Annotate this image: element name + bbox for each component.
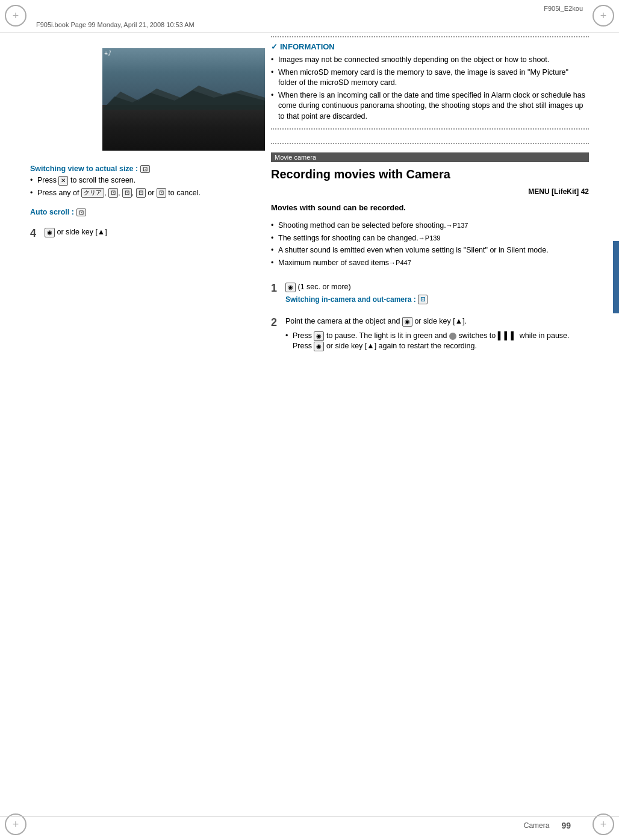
step2-text: Point the camera at the object and: [285, 317, 400, 325]
section-bar: Movie camera: [271, 152, 589, 162]
file-info: F905i.book Page 99 Monday, April 21, 200…: [36, 21, 194, 28]
bullet-cancel: Press any of クリア, ⊡, ⊡, ⊡ or ⊡ to cancel…: [30, 188, 259, 199]
feature-bullet-2: The settings for shooting can be changed…: [271, 233, 589, 244]
mountain-svg: [102, 86, 265, 110]
scroll-text: to scroll the screen.: [68, 176, 135, 184]
feature-bullet-4: Maximum number of saved items→P447: [271, 258, 589, 269]
page-number: 99: [561, 821, 571, 830]
page-category: Camera: [524, 821, 550, 830]
key-box-2: ⊡: [122, 188, 132, 198]
blue-tab: [613, 241, 619, 313]
camera-image: +J: [102, 48, 265, 151]
auto-scroll-section: Auto scroll : ⊡: [30, 207, 259, 216]
auto-scroll-key: ⊡: [76, 208, 86, 216]
step2-sub-list: Press ◉ to pause. The light is lit in gr…: [285, 331, 589, 352]
step4-circle-key: ◉: [45, 228, 55, 237]
step-2-row: 2 Point the camera at the object and ◉ o…: [271, 316, 589, 354]
info-bullet-list: Images may not be connected smoothly dep…: [271, 55, 589, 122]
green-light-icon: [449, 333, 456, 340]
key-box-3: ⊡: [136, 188, 146, 198]
info-bullet-1: Images may not be connected smoothly dep…: [271, 55, 589, 66]
top-bar: F905i_E2kou F905i.book Page 99 Monday, A…: [0, 0, 619, 33]
section-heading: Recording movies with Camera: [271, 167, 589, 181]
step1-sub-key: ⊡: [418, 295, 428, 304]
step-1-number: 1: [271, 282, 282, 295]
auto-scroll-title: Auto scroll :: [30, 208, 74, 216]
feature-bullet-1: Shooting method can be selected before s…: [271, 221, 589, 231]
pause-key: ◉: [314, 331, 324, 341]
info-bullet-2: When microSD memory card is the memory t…: [271, 67, 589, 89]
kuria-key: クリア: [81, 188, 104, 198]
press-any-text: Press any of: [37, 189, 81, 197]
step1-text: (1 sec. or more): [297, 283, 350, 291]
feature-bullet-3: A shutter sound is emitted even when vol…: [271, 245, 589, 256]
step-4-number: 4: [30, 227, 41, 240]
menu-line: MENU [LifeKit] 42: [271, 187, 589, 196]
bold-intro: Movies with sound can be recorded.: [271, 203, 589, 212]
dotted-divider: [271, 143, 589, 144]
bullet-scroll: Press ✕ to scroll the screen.: [30, 175, 259, 186]
step-4-row: 4 ◉ or side key [▲]: [30, 227, 259, 240]
press-text: Press: [37, 176, 58, 184]
content-area: +J Switching view to actual size : ⊡ Pre…: [30, 36, 589, 810]
switching-view-section: Switching view to actual size : ⊡ Press …: [30, 164, 259, 200]
step-4-content: ◉ or side key [▲]: [45, 227, 107, 238]
step4-text: or side key [▲]: [57, 228, 107, 236]
feature-bullet-list: Shooting method can be selected before s…: [271, 221, 589, 270]
left-column: +J Switching view to actual size : ⊡ Pre…: [30, 36, 259, 810]
x-key: ✕: [58, 176, 68, 186]
step1-circle-key: ◉: [285, 283, 296, 292]
step2-circle-key: ◉: [402, 317, 412, 327]
restart-key: ◉: [314, 342, 324, 351]
step-2-number: 2: [271, 316, 282, 330]
step2-pause-bullet: Press ◉ to pause. The light is lit in gr…: [285, 331, 589, 352]
step-1-content: ◉ (1 sec. or more) Switching in-camera a…: [285, 282, 428, 304]
bottom-bar: Camera 99: [0, 816, 619, 834]
key-box-1: ⊡: [108, 188, 118, 198]
pause-icon: ▌▌▌: [498, 331, 518, 340]
right-column: INFORMATION Images may not be connected …: [271, 36, 589, 810]
switching-key: ⊡: [140, 165, 150, 173]
step1-sub-label: Switching in-camera and out-camera : ⊡: [285, 295, 428, 305]
step-2-content: Point the camera at the object and ◉ or …: [285, 316, 589, 354]
switching-title: Switching view to actual size :: [30, 165, 138, 173]
step2-text2: or side key [▲].: [414, 317, 467, 325]
image-watermark: +J: [104, 50, 111, 57]
information-box: INFORMATION Images may not be connected …: [271, 36, 589, 130]
step-1-row: 1 ◉ (1 sec. or more) Switching in-camera…: [271, 282, 589, 304]
info-header: INFORMATION: [271, 42, 589, 51]
cancel-text: to cancel.: [168, 189, 201, 197]
info-bullet-3: When there is an incoming call or the da…: [271, 90, 589, 122]
key-box-4: ⊡: [157, 188, 166, 198]
page-title-header: F905i_E2kou: [544, 5, 583, 12]
